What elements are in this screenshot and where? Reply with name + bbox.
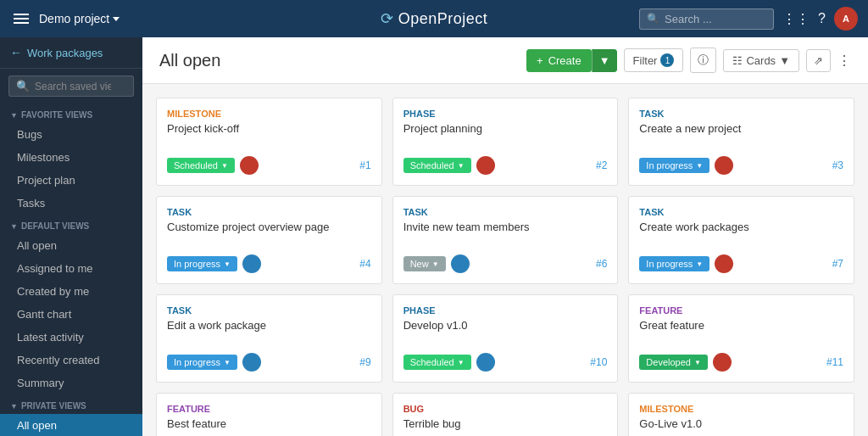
card-left: Developed ▼	[639, 353, 732, 372]
sidebar-search-input[interactable]	[35, 81, 111, 92]
card-item[interactable]: TASK Customize project overview page In …	[156, 196, 382, 284]
main-content: All open + Create ▼ Filter 1 ⓘ	[142, 37, 868, 436]
sidebar-item-bugs[interactable]: Bugs	[0, 123, 142, 146]
card-left: Scheduled ▼	[167, 156, 259, 175]
sidebar-item-milestones[interactable]: Milestones	[0, 146, 142, 169]
card-avatar	[715, 156, 733, 175]
card-avatar	[242, 353, 261, 372]
card-footer: Scheduled ▼ #1	[167, 156, 371, 175]
sidebar-item-private-all-open[interactable]: All open	[0, 414, 142, 436]
status-badge[interactable]: Scheduled ▼	[167, 158, 235, 173]
card-item[interactable]: PHASE Project planning Scheduled ▼ #2	[392, 98, 619, 186]
card-title: Project planning	[403, 122, 608, 149]
grid-icon[interactable]: ⋮⋮	[782, 11, 810, 27]
card-left: In progress ▼	[167, 254, 261, 273]
hamburger-icon[interactable]	[10, 10, 32, 27]
logo-text: OpenProject	[398, 10, 488, 28]
expand-button[interactable]: ⇗	[806, 49, 831, 72]
card-footer: New ▼ #6	[403, 254, 608, 273]
status-badge[interactable]: In progress ▼	[639, 256, 709, 271]
filter-button[interactable]: Filter 1	[624, 48, 684, 72]
sidebar-item-summary[interactable]: Summary	[0, 372, 142, 394]
card-number: #9	[359, 356, 370, 368]
card-item[interactable]: FEATURE Great feature Developed ▼ #11	[628, 294, 854, 383]
status-dropdown-icon: ▼	[224, 260, 231, 268]
sidebar-item-recently-created[interactable]: Recently created	[0, 349, 142, 372]
caret-icon: ▼	[10, 402, 18, 411]
card-type: TASK	[167, 305, 371, 316]
more-options-button[interactable]: ⋮	[837, 53, 851, 69]
card-type: TASK	[403, 207, 608, 217]
help-icon[interactable]: ?	[818, 11, 826, 26]
status-dropdown-icon: ▼	[696, 260, 703, 268]
status-dropdown-icon: ▼	[432, 260, 439, 268]
status-badge[interactable]: In progress ▼	[639, 158, 709, 173]
sidebar-search-icon: 🔍	[16, 80, 30, 92]
card-avatar	[451, 254, 470, 273]
card-type: MILESTONE	[639, 404, 843, 414]
status-badge[interactable]: Developed ▼	[639, 355, 708, 370]
project-name[interactable]: Demo project	[39, 12, 120, 25]
sidebar-item-all-open[interactable]: All open	[0, 234, 142, 257]
card-title: Terrible bug	[403, 417, 608, 436]
content-header: All open + Create ▼ Filter 1 ⓘ	[142, 37, 868, 84]
cards-chevron-icon: ▼	[779, 54, 790, 67]
sidebar-item-assigned-to-me[interactable]: Assigned to me	[0, 257, 142, 280]
sidebar-search-box[interactable]: 🔍	[8, 75, 134, 97]
card-title: Project kick-off	[167, 122, 371, 149]
card-item[interactable]: PHASE Develop v1.0 Scheduled ▼ #10	[392, 294, 619, 383]
global-search-box[interactable]: 🔍	[639, 8, 774, 30]
card-footer: Developed ▼ #11	[639, 353, 843, 372]
cards-button[interactable]: ☷ Cards ▼	[723, 49, 799, 72]
create-dropdown-button[interactable]: ▼	[592, 49, 617, 72]
info-icon: ⓘ	[698, 53, 709, 66]
card-item[interactable]: MILESTONE Go-Live v1.0 Scheduled ▼ #14	[628, 393, 854, 436]
card-item[interactable]: TASK Invite new team members New ▼ #6	[392, 196, 619, 284]
card-left: In progress ▼	[639, 156, 733, 175]
status-badge[interactable]: In progress ▼	[167, 256, 237, 271]
search-input[interactable]	[665, 13, 766, 25]
card-title: Great feature	[639, 319, 843, 346]
plus-icon: +	[537, 54, 543, 67]
card-avatar	[242, 254, 261, 273]
sidebar-item-latest-activity[interactable]: Latest activity	[0, 326, 142, 349]
card-item[interactable]: TASK Edit a work package In progress ▼ #…	[156, 294, 382, 383]
card-number: #6	[596, 258, 607, 270]
status-dropdown-icon: ▼	[694, 359, 701, 366]
avatar[interactable]: A	[834, 7, 858, 31]
sidebar-item-gantt-chart[interactable]: Gantt chart	[0, 303, 142, 326]
info-button[interactable]: ⓘ	[690, 48, 716, 73]
sidebar: ← Work packages 🔍 ▼ FAVORITE VIEWS Bugs …	[0, 37, 142, 436]
card-item[interactable]: TASK Create work packages In progress ▼ …	[628, 196, 854, 284]
card-item[interactable]: TASK Create a new project In progress ▼ …	[628, 98, 854, 186]
card-item[interactable]: BUG Terrible bug Confirmed ▼ #13	[392, 393, 619, 436]
sidebar-section-default: ▼ DEFAULT VIEWS	[0, 215, 142, 234]
chevron-down-icon: ▼	[599, 54, 610, 67]
status-dropdown-icon: ▼	[221, 162, 228, 170]
card-left: In progress ▼	[639, 254, 733, 273]
sidebar-item-created-by-me[interactable]: Created by me	[0, 280, 142, 303]
status-badge[interactable]: Scheduled ▼	[403, 158, 471, 173]
cards-grid-icon: ☷	[732, 54, 743, 67]
card-item[interactable]: FEATURE Best feature Specified ▼ #12	[156, 393, 382, 436]
card-item[interactable]: MILESTONE Project kick-off Scheduled ▼ #…	[156, 98, 382, 186]
card-title: Edit a work package	[167, 319, 371, 346]
sidebar-item-tasks[interactable]: Tasks	[0, 192, 142, 215]
card-type: PHASE	[403, 109, 608, 119]
sidebar-back-button[interactable]: ← Work packages	[0, 37, 142, 69]
sidebar-section-favorites: ▼ FAVORITE VIEWS	[0, 103, 142, 123]
card-title: Go-Live v1.0	[639, 417, 843, 436]
status-dropdown-icon: ▼	[224, 359, 231, 366]
expand-icon: ⇗	[814, 54, 823, 67]
status-badge[interactable]: Scheduled ▼	[403, 355, 471, 370]
card-title: Develop v1.0	[403, 319, 608, 346]
sidebar-item-project-plan[interactable]: Project plan	[0, 169, 142, 192]
card-avatar	[713, 353, 732, 372]
card-number: #11	[826, 356, 843, 368]
card-type: TASK	[167, 207, 371, 217]
status-badge[interactable]: In progress ▼	[167, 355, 237, 370]
status-dropdown-icon: ▼	[696, 162, 703, 170]
status-badge[interactable]: New ▼	[403, 256, 446, 271]
card-number: #3	[832, 159, 843, 171]
create-button[interactable]: + Create	[526, 49, 592, 72]
